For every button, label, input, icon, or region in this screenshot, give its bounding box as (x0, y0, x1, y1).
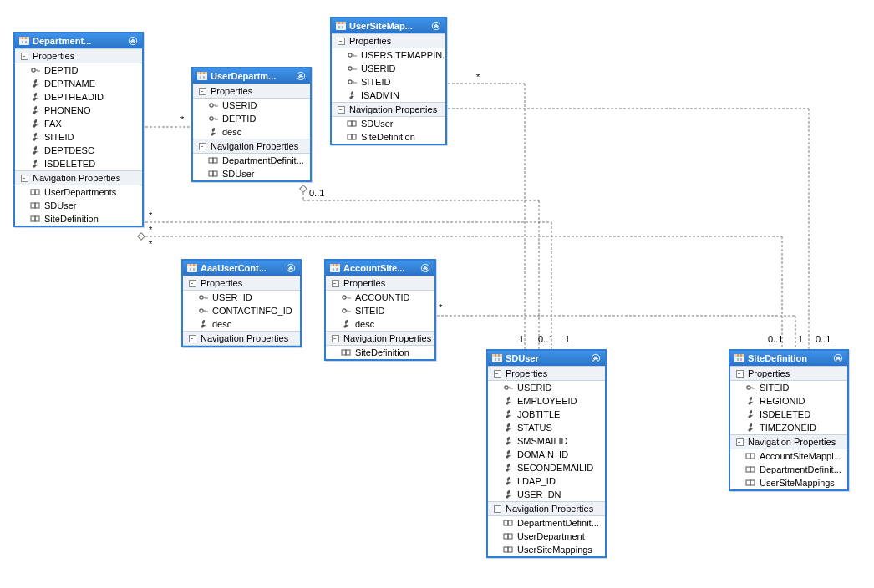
expand-toggle-icon[interactable] (197, 141, 207, 151)
expand-toggle-icon[interactable] (336, 104, 346, 114)
property-row[interactable]: REGIONID (730, 394, 847, 408)
property-row[interactable]: STATUS (488, 421, 605, 434)
property-row[interactable]: JOBTITLE (488, 408, 605, 421)
property-row[interactable]: CONTACTINFO_ID (183, 304, 300, 317)
property-row[interactable]: PHONENO (15, 104, 142, 117)
expand-toggle-icon[interactable] (187, 333, 197, 343)
collapse-icon[interactable] (286, 263, 296, 273)
property-row[interactable]: DEPTID (15, 63, 142, 77)
section-properties[interactable]: Properties (193, 84, 310, 99)
expand-toggle-icon[interactable] (492, 504, 502, 514)
expand-toggle-icon[interactable] (187, 278, 197, 288)
navprop-row[interactable]: SiteDefinition (15, 212, 142, 226)
navprop-row[interactable]: SiteDefinition (326, 346, 434, 359)
section-properties[interactable]: Properties (332, 33, 445, 48)
section-properties[interactable]: Properties (15, 48, 142, 63)
property-row[interactable]: DOMAIN_ID (488, 448, 605, 461)
entity-titlebar[interactable]: SiteDefinition (730, 351, 847, 366)
property-row[interactable]: USERID (488, 381, 605, 394)
section-navprops[interactable]: Navigation Properties (183, 331, 300, 346)
expand-toggle-icon[interactable] (19, 173, 29, 183)
property-row[interactable]: DEPTID (193, 112, 310, 125)
entity-titlebar[interactable]: Department... (15, 33, 142, 48)
navprop-row[interactable]: UserDepartment (488, 530, 605, 543)
property-row[interactable]: ISDELETED (730, 408, 847, 421)
section-navprops[interactable]: Navigation Properties (730, 434, 847, 449)
property-row[interactable]: SITEID (332, 75, 445, 89)
expand-toggle-icon[interactable] (197, 86, 207, 96)
svg-rect-22 (19, 37, 29, 39)
navprop-row[interactable]: SDUser (332, 117, 445, 130)
property-row[interactable]: EMPLOYEEID (488, 394, 605, 408)
expand-toggle-icon[interactable] (330, 333, 340, 343)
navprop-row[interactable]: DepartmentDefinit... (730, 463, 847, 476)
navprop-row[interactable]: SDUser (15, 199, 142, 212)
property-row[interactable]: USERID (193, 99, 310, 112)
property-row[interactable]: DEPTNAME (15, 77, 142, 90)
entity-titlebar[interactable]: AaaUserCont... (183, 261, 300, 276)
property-row[interactable]: DEPTDESC (15, 144, 142, 157)
property-row[interactable]: TIMEZONEID (730, 421, 847, 434)
section-navprops[interactable]: Navigation Properties (15, 170, 142, 185)
section-properties[interactable]: Properties (326, 276, 434, 291)
property-row[interactable]: ISDELETED (15, 157, 142, 170)
navprop-row[interactable]: SDUser (193, 167, 310, 180)
property-row[interactable]: SECONDEMAILID (488, 461, 605, 474)
navprop-row[interactable]: AccountSiteMappi... (730, 449, 847, 463)
expand-toggle-icon[interactable] (336, 36, 346, 46)
property-row[interactable]: USER_DN (488, 488, 605, 501)
navprop-row[interactable]: DepartmentDefinit... (193, 154, 310, 167)
collapse-icon[interactable] (591, 353, 601, 363)
property-row[interactable]: SITEID (15, 130, 142, 144)
property-row[interactable]: USERID (332, 62, 445, 75)
section-navprops[interactable]: Navigation Properties (332, 102, 445, 117)
collapse-icon[interactable] (431, 21, 441, 31)
section-properties[interactable]: Properties (730, 366, 847, 381)
property-row[interactable]: FAX (15, 117, 142, 130)
property-icon (745, 396, 755, 406)
collapse-icon[interactable] (128, 36, 138, 46)
entity-sitedefinition[interactable]: SiteDefinitionPropertiesSITEIDREGIONIDIS… (729, 349, 849, 491)
property-row[interactable]: LDAP_ID (488, 474, 605, 488)
section-navprops[interactable]: Navigation Properties (326, 331, 434, 346)
navprop-row[interactable]: UserDepartments (15, 185, 142, 199)
entity-titlebar[interactable]: AccountSite... (326, 261, 434, 276)
property-row[interactable]: desc (183, 317, 300, 331)
section-properties[interactable]: Properties (183, 276, 300, 291)
entity-usersitemap[interactable]: UserSiteMap...PropertiesUSERSITEMAPPIN..… (330, 17, 447, 145)
property-row[interactable]: SITEID (730, 381, 847, 394)
expand-toggle-icon[interactable] (734, 368, 744, 378)
property-row[interactable]: SMSMAILID (488, 434, 605, 448)
property-row[interactable]: SITEID (326, 304, 434, 317)
collapse-icon[interactable] (420, 263, 430, 273)
property-row[interactable]: DEPTHEADID (15, 90, 142, 104)
navprop-row[interactable]: UserSiteMappings (730, 476, 847, 489)
collapse-icon[interactable] (833, 353, 843, 363)
navprop-row[interactable]: UserSiteMappings (488, 543, 605, 556)
entity-titlebar[interactable]: SDUser (488, 351, 605, 366)
entity-titlebar[interactable]: UserSiteMap... (332, 18, 445, 33)
navprop-row[interactable]: SiteDefinition (332, 130, 445, 144)
navprop-row[interactable]: DepartmentDefinit... (488, 516, 605, 530)
entity-sduser[interactable]: SDUserPropertiesUSERIDEMPLOYEEIDJOBTITLE… (486, 349, 607, 558)
property-row[interactable]: USER_ID (183, 291, 300, 304)
expand-toggle-icon[interactable] (734, 437, 744, 447)
entity-titlebar[interactable]: UserDepartm... (193, 68, 310, 84)
section-properties[interactable]: Properties (488, 366, 605, 381)
entity-department[interactable]: Department...PropertiesDEPTIDDEPTNAMEDEP… (13, 32, 144, 227)
section-label: Properties (349, 36, 391, 46)
property-row[interactable]: ISADMIN (332, 89, 445, 102)
expand-toggle-icon[interactable] (19, 51, 29, 61)
property-row[interactable]: USERSITEMAPPIN... (332, 48, 445, 62)
entity-userdepartment[interactable]: UserDepartm...PropertiesUSERIDDEPTIDdesc… (191, 67, 312, 182)
collapse-icon[interactable] (296, 71, 306, 81)
section-navprops[interactable]: Navigation Properties (193, 139, 310, 154)
property-row[interactable]: desc (193, 125, 310, 139)
expand-toggle-icon[interactable] (492, 368, 502, 378)
property-row[interactable]: ACCOUNTID (326, 291, 434, 304)
property-row[interactable]: desc (326, 317, 434, 331)
expand-toggle-icon[interactable] (330, 278, 340, 288)
section-navprops[interactable]: Navigation Properties (488, 501, 605, 516)
entity-aaausercont[interactable]: AaaUserCont...PropertiesUSER_IDCONTACTIN… (181, 259, 302, 347)
entity-accountsite[interactable]: AccountSite...PropertiesACCOUNTIDSITEIDd… (324, 259, 436, 361)
